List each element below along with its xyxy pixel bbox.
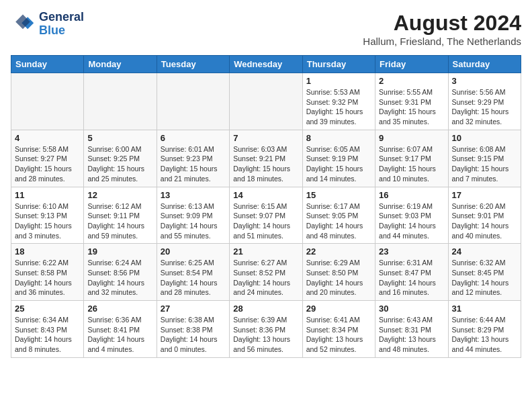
- day-detail: Sunrise: 6:19 AM Sunset: 9:03 PM Dayligh…: [379, 201, 444, 241]
- day-number: 13: [161, 190, 226, 200]
- day-number: 15: [306, 190, 371, 200]
- day-number: 21: [233, 246, 298, 257]
- month-year: August 2024: [363, 11, 521, 36]
- day-number: 22: [306, 246, 371, 257]
- calendar-cell: [11, 73, 84, 130]
- calendar-cell: 16Sunrise: 6:19 AM Sunset: 9:03 PM Dayli…: [375, 187, 448, 244]
- weekday-header-wednesday: Wednesday: [230, 56, 302, 73]
- calendar-cell: [84, 73, 157, 130]
- day-detail: Sunrise: 5:58 AM Sunset: 9:27 PM Dayligh…: [15, 144, 80, 184]
- calendar-cell: 28Sunrise: 6:39 AM Sunset: 8:36 PM Dayli…: [230, 301, 302, 358]
- weekday-header-monday: Monday: [84, 56, 157, 73]
- calendar-cell: 30Sunrise: 6:43 AM Sunset: 8:31 PM Dayli…: [375, 301, 448, 358]
- calendar-cell: 19Sunrise: 6:24 AM Sunset: 8:56 PM Dayli…: [84, 244, 157, 301]
- day-detail: Sunrise: 6:29 AM Sunset: 8:50 PM Dayligh…: [306, 258, 371, 298]
- calendar-cell: 31Sunrise: 6:44 AM Sunset: 8:29 PM Dayli…: [448, 301, 521, 358]
- day-detail: Sunrise: 6:01 AM Sunset: 9:23 PM Dayligh…: [161, 144, 226, 184]
- calendar-cell: 12Sunrise: 6:12 AM Sunset: 9:11 PM Dayli…: [84, 187, 157, 244]
- day-number: 14: [233, 190, 298, 200]
- day-detail: Sunrise: 6:36 AM Sunset: 8:41 PM Dayligh…: [87, 315, 152, 355]
- day-number: 23: [379, 246, 444, 257]
- day-number: 25: [15, 304, 80, 314]
- day-detail: Sunrise: 6:00 AM Sunset: 9:25 PM Dayligh…: [87, 144, 152, 184]
- logo-icon: [11, 12, 35, 36]
- calendar-cell: 3Sunrise: 5:56 AM Sunset: 9:29 PM Daylig…: [448, 73, 521, 130]
- calendar-cell: 13Sunrise: 6:13 AM Sunset: 9:09 PM Dayli…: [157, 187, 229, 244]
- day-number: 20: [161, 246, 226, 257]
- calendar-cell: 2Sunrise: 5:55 AM Sunset: 9:31 PM Daylig…: [375, 73, 448, 130]
- calendar-cell: 1Sunrise: 5:53 AM Sunset: 9:32 PM Daylig…: [302, 73, 375, 130]
- calendar-cell: 27Sunrise: 6:38 AM Sunset: 8:38 PM Dayli…: [157, 301, 229, 358]
- calendar-week-2: 11Sunrise: 6:10 AM Sunset: 9:13 PM Dayli…: [11, 187, 521, 244]
- day-detail: Sunrise: 6:12 AM Sunset: 9:11 PM Dayligh…: [87, 201, 152, 241]
- day-number: 26: [87, 304, 152, 314]
- day-detail: Sunrise: 6:15 AM Sunset: 9:07 PM Dayligh…: [233, 201, 298, 241]
- day-number: 12: [87, 190, 152, 200]
- day-detail: Sunrise: 6:27 AM Sunset: 8:52 PM Dayligh…: [233, 258, 298, 298]
- calendar-cell: 4Sunrise: 5:58 AM Sunset: 9:27 PM Daylig…: [11, 130, 84, 187]
- calendar-week-0: 1Sunrise: 5:53 AM Sunset: 9:32 PM Daylig…: [11, 73, 521, 130]
- calendar-cell: 11Sunrise: 6:10 AM Sunset: 9:13 PM Dayli…: [11, 187, 84, 244]
- day-detail: Sunrise: 6:05 AM Sunset: 9:19 PM Dayligh…: [306, 144, 371, 184]
- day-detail: Sunrise: 6:17 AM Sunset: 9:05 PM Dayligh…: [306, 201, 371, 241]
- calendar-cell: [230, 73, 302, 130]
- calendar-cell: 21Sunrise: 6:27 AM Sunset: 8:52 PM Dayli…: [230, 244, 302, 301]
- calendar-cell: 17Sunrise: 6:20 AM Sunset: 9:01 PM Dayli…: [448, 187, 521, 244]
- day-number: 17: [452, 190, 517, 200]
- calendar-cell: 18Sunrise: 6:22 AM Sunset: 8:58 PM Dayli…: [11, 244, 84, 301]
- calendar-cell: 5Sunrise: 6:00 AM Sunset: 9:25 PM Daylig…: [84, 130, 157, 187]
- day-number: 29: [306, 304, 371, 314]
- day-number: 24: [452, 246, 517, 257]
- day-number: 16: [379, 190, 444, 200]
- calendar-cell: 6Sunrise: 6:01 AM Sunset: 9:23 PM Daylig…: [157, 130, 229, 187]
- logo-text: General Blue: [39, 11, 84, 38]
- calendar-week-1: 4Sunrise: 5:58 AM Sunset: 9:27 PM Daylig…: [11, 130, 521, 187]
- day-number: 11: [15, 190, 80, 200]
- calendar-cell: 15Sunrise: 6:17 AM Sunset: 9:05 PM Dayli…: [302, 187, 375, 244]
- logo: General Blue: [11, 11, 84, 38]
- day-number: 18: [15, 246, 80, 257]
- calendar-cell: 10Sunrise: 6:08 AM Sunset: 9:15 PM Dayli…: [448, 130, 521, 187]
- day-detail: Sunrise: 6:25 AM Sunset: 8:54 PM Dayligh…: [161, 258, 226, 298]
- day-number: 19: [87, 246, 152, 257]
- calendar-week-4: 25Sunrise: 6:34 AM Sunset: 8:43 PM Dayli…: [11, 301, 521, 358]
- day-detail: Sunrise: 6:31 AM Sunset: 8:47 PM Dayligh…: [379, 258, 444, 298]
- day-number: 4: [15, 133, 80, 143]
- title-block: August 2024 Hallum, Friesland, The Nethe…: [363, 11, 521, 47]
- day-detail: Sunrise: 6:44 AM Sunset: 8:29 PM Dayligh…: [452, 315, 517, 355]
- calendar-table: SundayMondayTuesdayWednesdayThursdayFrid…: [11, 55, 521, 358]
- day-detail: Sunrise: 6:10 AM Sunset: 9:13 PM Dayligh…: [15, 201, 80, 241]
- weekday-header-tuesday: Tuesday: [157, 56, 229, 73]
- calendar-cell: 25Sunrise: 6:34 AM Sunset: 8:43 PM Dayli…: [11, 301, 84, 358]
- location: Hallum, Friesland, The Netherlands: [363, 36, 521, 47]
- day-detail: Sunrise: 6:03 AM Sunset: 9:21 PM Dayligh…: [233, 144, 298, 184]
- calendar-cell: 8Sunrise: 6:05 AM Sunset: 9:19 PM Daylig…: [302, 130, 375, 187]
- day-number: 31: [452, 304, 517, 314]
- day-number: 6: [161, 133, 226, 143]
- day-detail: Sunrise: 6:13 AM Sunset: 9:09 PM Dayligh…: [161, 201, 226, 241]
- day-detail: Sunrise: 6:07 AM Sunset: 9:17 PM Dayligh…: [379, 144, 444, 184]
- day-detail: Sunrise: 6:32 AM Sunset: 8:45 PM Dayligh…: [452, 258, 517, 298]
- day-number: 2: [379, 76, 444, 86]
- day-number: 3: [452, 76, 517, 86]
- day-detail: Sunrise: 6:41 AM Sunset: 8:34 PM Dayligh…: [306, 315, 371, 355]
- day-number: 10: [452, 133, 517, 143]
- weekday-header-thursday: Thursday: [302, 56, 375, 73]
- calendar-week-3: 18Sunrise: 6:22 AM Sunset: 8:58 PM Dayli…: [11, 244, 521, 301]
- calendar-cell: [157, 73, 229, 130]
- day-number: 8: [306, 133, 371, 143]
- weekday-header-saturday: Saturday: [448, 56, 521, 73]
- day-number: 28: [233, 304, 298, 314]
- calendar-cell: 9Sunrise: 6:07 AM Sunset: 9:17 PM Daylig…: [375, 130, 448, 187]
- day-detail: Sunrise: 5:53 AM Sunset: 9:32 PM Dayligh…: [306, 87, 371, 127]
- day-number: 5: [87, 133, 152, 143]
- calendar-cell: 14Sunrise: 6:15 AM Sunset: 9:07 PM Dayli…: [230, 187, 302, 244]
- calendar-header-row: SundayMondayTuesdayWednesdayThursdayFrid…: [11, 56, 521, 73]
- calendar-cell: 24Sunrise: 6:32 AM Sunset: 8:45 PM Dayli…: [448, 244, 521, 301]
- day-detail: Sunrise: 5:55 AM Sunset: 9:31 PM Dayligh…: [379, 87, 444, 127]
- day-detail: Sunrise: 6:08 AM Sunset: 9:15 PM Dayligh…: [452, 144, 517, 184]
- day-detail: Sunrise: 6:20 AM Sunset: 9:01 PM Dayligh…: [452, 201, 517, 241]
- day-detail: Sunrise: 6:34 AM Sunset: 8:43 PM Dayligh…: [15, 315, 80, 355]
- day-number: 27: [161, 304, 226, 314]
- calendar-cell: 29Sunrise: 6:41 AM Sunset: 8:34 PM Dayli…: [302, 301, 375, 358]
